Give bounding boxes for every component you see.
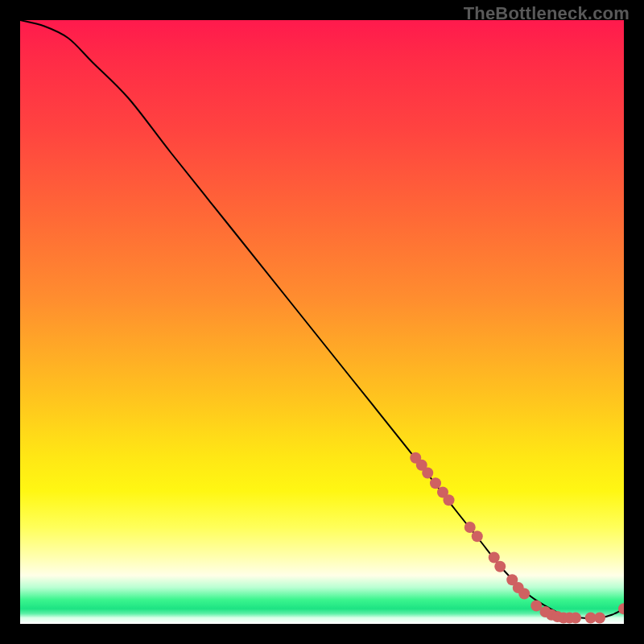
chart-root: TheBottleneck.com xyxy=(0,0,644,644)
data-point xyxy=(472,530,483,542)
data-point xyxy=(464,522,476,533)
watermark-label: TheBottleneck.com xyxy=(464,3,630,24)
data-point xyxy=(618,603,624,614)
data-point xyxy=(570,613,581,624)
plot-svg xyxy=(20,20,624,624)
data-point xyxy=(494,561,506,572)
data-point xyxy=(422,468,433,479)
bottleneck-curve xyxy=(20,20,624,618)
data-points-group xyxy=(410,452,624,624)
plot-area xyxy=(20,20,624,624)
data-point xyxy=(518,588,530,600)
data-point xyxy=(444,494,455,506)
data-point xyxy=(594,613,605,624)
data-point xyxy=(430,477,441,489)
